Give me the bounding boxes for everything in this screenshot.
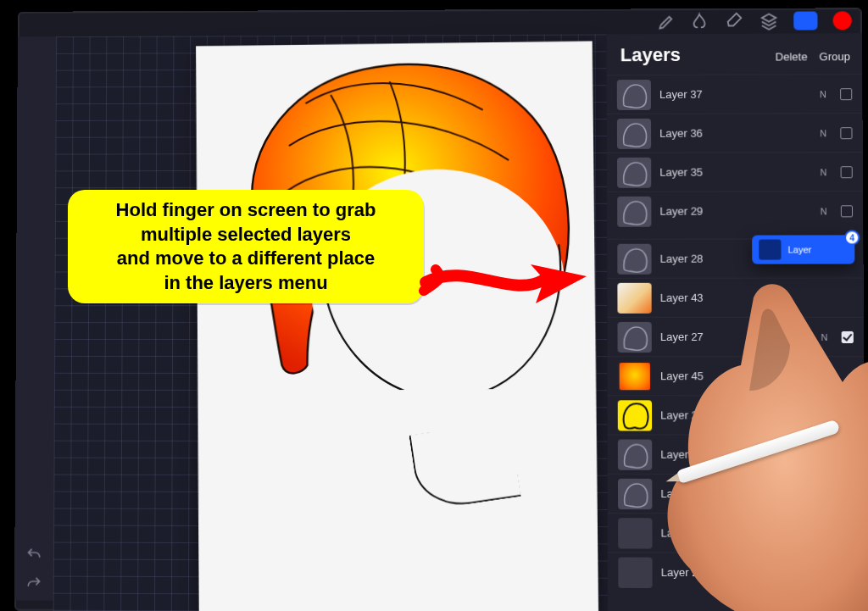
group-button[interactable]: Group	[820, 50, 850, 63]
layer-thumbnail	[617, 196, 651, 226]
user-hand	[580, 264, 868, 611]
annotation-line: multiple selected layers	[80, 223, 412, 247]
color-swatch-blue[interactable]	[793, 11, 817, 30]
blend-mode-label[interactable]: N	[820, 167, 826, 177]
annotation-callout: Hold finger on screen to grab multiple s…	[68, 190, 424, 303]
artboard[interactable]	[196, 41, 598, 611]
layer-name-label: Layer 35	[659, 165, 811, 178]
layers-icon[interactable]	[760, 12, 778, 31]
layers-header: Layers Delete Group	[607, 33, 863, 75]
visibility-checkbox[interactable]	[840, 88, 852, 100]
layer-thumbnail	[617, 157, 651, 187]
drag-chip-thumb	[759, 240, 781, 260]
layer-row[interactable]: Layer 35N	[607, 152, 863, 192]
undo-icon[interactable]	[25, 546, 42, 563]
left-sidebar	[14, 36, 56, 600]
annotation-arrow-icon	[417, 253, 587, 312]
canvas-area[interactable]	[53, 34, 609, 611]
blend-mode-label[interactable]: N	[820, 89, 826, 99]
layer-row[interactable]: Layer 36N	[607, 113, 863, 153]
annotation-line: in the layers menu	[80, 271, 412, 296]
visibility-checkbox[interactable]	[841, 205, 853, 217]
brush-icon[interactable]	[658, 12, 676, 31]
blend-mode-label[interactable]: N	[820, 128, 826, 138]
visibility-checkbox[interactable]	[840, 127, 852, 139]
layer-name-label: Layer 37	[659, 87, 811, 101]
delete-button[interactable]: Delete	[776, 50, 808, 63]
top-toolbar	[18, 8, 862, 36]
smudge-icon[interactable]	[692, 12, 710, 31]
eraser-icon[interactable]	[726, 12, 744, 31]
layer-name-label: Layer 36	[659, 126, 811, 139]
drag-chip-label: Layer	[788, 244, 812, 254]
visibility-checkbox[interactable]	[841, 166, 853, 178]
color-swatch-active[interactable]	[833, 11, 852, 30]
layer-row[interactable]: Layer 29N	[607, 191, 863, 231]
redo-icon[interactable]	[25, 575, 42, 592]
drag-count-badge: 4	[844, 230, 860, 245]
annotation-line: Hold finger on screen to grab	[80, 198, 412, 223]
layer-thumbnail	[617, 80, 651, 110]
blend-mode-label[interactable]: N	[821, 206, 827, 216]
drag-floating-chip[interactable]: Layer 4	[752, 235, 854, 264]
artwork-neck	[409, 420, 520, 511]
layer-thumbnail	[617, 118, 651, 148]
layer-row[interactable]: Layer 37N	[607, 74, 863, 114]
layer-name-label: Layer 29	[659, 204, 811, 217]
annotation-line: and move to a different place	[80, 247, 412, 271]
layers-title: Layers	[620, 44, 681, 66]
